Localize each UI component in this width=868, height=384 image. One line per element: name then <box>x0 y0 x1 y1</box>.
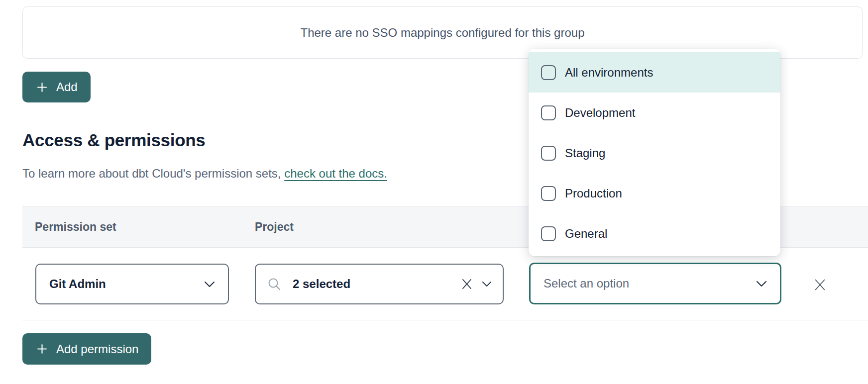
dropdown-option-general[interactable]: General <box>529 213 780 254</box>
option-label: All environments <box>565 66 653 80</box>
section-description: To learn more about dbt Cloud's permissi… <box>22 167 387 181</box>
option-label: Development <box>565 106 635 120</box>
option-label: Production <box>565 187 622 200</box>
environment-select[interactable]: Select an option <box>529 263 781 304</box>
environment-placeholder: Select an option <box>543 277 629 290</box>
project-selected-count: 2 selected <box>293 277 350 291</box>
chevron-down-icon <box>204 281 215 288</box>
search-icon <box>267 277 282 291</box>
permission-set-select[interactable]: Git Admin <box>35 264 229 304</box>
checkbox-icon[interactable] <box>541 105 556 120</box>
plus-icon <box>35 342 49 356</box>
permission-set-value: Git Admin <box>49 277 106 291</box>
dropdown-option-all-environments[interactable]: All environments <box>529 52 780 93</box>
add-button-label: Add <box>56 80 78 94</box>
plus-icon <box>35 81 49 94</box>
remove-row-button[interactable] <box>812 277 827 292</box>
row-divider <box>22 320 868 320</box>
add-sso-mapping-button[interactable]: Add <box>22 72 91 102</box>
checkbox-icon[interactable] <box>541 146 556 161</box>
option-label: General <box>565 227 607 241</box>
checkbox-icon[interactable] <box>541 65 556 80</box>
checkbox-icon[interactable] <box>541 186 556 201</box>
x-icon <box>814 279 826 291</box>
page-title: Access & permissions <box>22 130 206 150</box>
column-header-permission-set: Permission set <box>35 207 116 247</box>
checkbox-icon[interactable] <box>541 226 556 241</box>
description-text: To learn more about dbt Cloud's permissi… <box>22 167 281 180</box>
option-label: Staging <box>565 146 605 160</box>
chevron-down-icon <box>482 281 492 287</box>
clear-x-icon[interactable] <box>461 278 473 290</box>
project-multiselect[interactable]: 2 selected <box>255 264 504 304</box>
empty-state-message: There are no SSO mappings configured for… <box>301 26 585 40</box>
dropdown-option-staging[interactable]: Staging <box>529 133 780 173</box>
dropdown-option-production[interactable]: Production <box>529 173 780 213</box>
add-permission-label: Add permission <box>56 342 138 356</box>
column-header-project: Project <box>255 207 294 247</box>
docs-link[interactable]: check out the docs. <box>284 167 387 180</box>
chevron-down-icon <box>756 281 767 287</box>
environment-dropdown-menu: All environments Development Staging Pro… <box>529 49 780 256</box>
add-permission-button[interactable]: Add permission <box>22 333 151 365</box>
dropdown-option-development[interactable]: Development <box>529 93 780 133</box>
